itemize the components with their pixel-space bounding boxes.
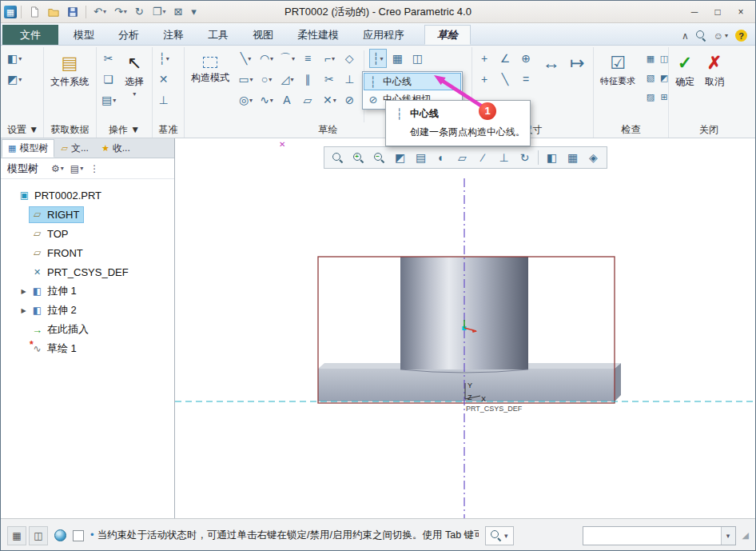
- web-browser-icon[interactable]: [54, 529, 66, 541]
- palette-button[interactable]: ▦: [389, 49, 407, 68]
- line-chain-button[interactable]: ╲▾: [236, 49, 256, 68]
- group-label-setup[interactable]: 设置 ▼: [5, 124, 41, 138]
- tree-item[interactable]: PRT0002.PRT: [1, 186, 174, 205]
- ribbon-tab[interactable]: 工具: [196, 25, 241, 45]
- construction-mode-button[interactable]: 构造模式: [187, 49, 233, 87]
- csys-display-button[interactable]: ⊥: [494, 149, 514, 166]
- circle-button[interactable]: ◎▾: [236, 90, 256, 110]
- zoom-in-button[interactable]: +: [348, 149, 368, 166]
- cancel-button[interactable]: ✗ 取消: [701, 49, 728, 91]
- arc-button[interactable]: ◠▾: [257, 49, 277, 68]
- ribbon-tab[interactable]: 分析: [106, 25, 151, 45]
- undo-button[interactable]: ↶▾: [90, 3, 109, 21]
- command-search-button[interactable]: [696, 30, 706, 41]
- selection-filter-combobox[interactable]: ▾: [583, 526, 736, 545]
- paste-button[interactable]: ▤▾: [99, 90, 118, 110]
- ribbon-tab[interactable]: 注释: [151, 25, 196, 45]
- ribbon-tab[interactable]: 应用程序: [351, 25, 416, 45]
- ok-button[interactable]: ✓ 确定: [671, 49, 698, 91]
- statusbar-browser-toggle[interactable]: ◫: [29, 526, 48, 545]
- coordinate-system-button[interactable]: ⊥: [341, 70, 359, 89]
- panel-tab-favorites[interactable]: ★收...: [95, 139, 137, 158]
- tree-show-button[interactable]: ▤▾: [70, 163, 83, 174]
- windows-button[interactable]: ❐▾: [149, 3, 169, 21]
- maximize-button[interactable]: □: [706, 3, 729, 21]
- point-datum-button[interactable]: ✕: [155, 70, 173, 89]
- tree-item[interactable]: FRONT: [1, 243, 174, 262]
- thicken-button[interactable]: ∥: [298, 70, 318, 89]
- tree-item[interactable]: ▶ 拉伸 2: [1, 301, 174, 320]
- selection-box-icon[interactable]: [73, 530, 84, 541]
- baseline-dimension-button[interactable]: ↦: [566, 49, 588, 76]
- display-style-button[interactable]: ◐: [432, 149, 452, 166]
- sketch-view-button[interactable]: ◧: [542, 149, 562, 166]
- select-button[interactable]: ↖ 选择 ▾: [121, 49, 148, 100]
- delete-segment-button[interactable]: ⊘: [341, 90, 359, 110]
- group-label-operations[interactable]: 操作 ▼: [99, 124, 149, 138]
- point-button[interactable]: ✕▾: [320, 90, 339, 110]
- csys-datum-button[interactable]: ⊥: [155, 90, 173, 110]
- datum-axis-display-button[interactable]: ∕: [473, 149, 493, 166]
- expand-icon[interactable]: ▶: [18, 288, 29, 295]
- cut-button[interactable]: ✂: [99, 49, 118, 68]
- tree-settings-button[interactable]: ⚙▾: [51, 163, 64, 174]
- help-button[interactable]: ?: [735, 30, 747, 42]
- new-file-button[interactable]: [26, 3, 43, 21]
- copy-button[interactable]: ❏: [99, 70, 118, 89]
- rectangle-button[interactable]: ▭▾: [236, 70, 256, 89]
- repaint-button[interactable]: ↻: [515, 149, 535, 166]
- file-system-button[interactable]: ▤ 文件系统: [46, 49, 93, 91]
- tree-more-button[interactable]: ⋮: [90, 163, 100, 174]
- ordinate-dimension-button[interactable]: +: [475, 70, 495, 89]
- feature-requirements-button[interactable]: ☑ 特征要求: [596, 49, 639, 90]
- centerline-button[interactable]: ┆ ▾: [369, 49, 387, 68]
- resize-grip[interactable]: ◢: [742, 530, 749, 541]
- tree-item[interactable]: PRT_CSYS_DEF: [1, 262, 174, 281]
- close-window-button[interactable]: ⊠: [170, 3, 186, 21]
- redo-button[interactable]: ↷▾: [111, 3, 130, 21]
- sketch-setup-button[interactable]: ◧▾: [5, 49, 24, 68]
- angle-dimension-button[interactable]: ∠: [495, 49, 515, 68]
- panel-tab-model-tree[interactable]: ▦模型树: [2, 139, 54, 158]
- sketch-view-button[interactable]: ◩▾: [5, 70, 24, 89]
- tab-file[interactable]: 文件: [2, 25, 58, 45]
- panel-tab-folder-browser[interactable]: ▱文...: [54, 139, 94, 158]
- datum-plane-display-button[interactable]: ▱: [452, 149, 472, 166]
- ribbon-tab[interactable]: 模型: [62, 25, 106, 45]
- text-button[interactable]: A: [277, 90, 297, 110]
- open-button[interactable]: [45, 3, 62, 21]
- save-button[interactable]: [64, 3, 82, 21]
- expand-icon[interactable]: ▶: [18, 307, 29, 314]
- tree-item[interactable]: 草绘 1: [1, 339, 174, 358]
- combobox-dropdown-button[interactable]: ▾: [721, 527, 735, 545]
- dimension-button[interactable]: ↔: [539, 49, 564, 76]
- chamfer-button[interactable]: ◿▾: [277, 70, 297, 89]
- reorient-button[interactable]: ◩: [390, 149, 410, 166]
- close-button[interactable]: ×: [730, 3, 752, 21]
- mirror-button[interactable]: ◫: [409, 49, 427, 68]
- app-icon[interactable]: ▦: [4, 6, 17, 18]
- project-button[interactable]: ▱: [298, 90, 318, 110]
- ellipse-button[interactable]: ○▾: [257, 70, 277, 89]
- statusbar-tree-toggle[interactable]: ▦: [7, 526, 26, 545]
- box-zoom-button[interactable]: [328, 149, 348, 166]
- tree-item[interactable]: ▶ 拉伸 1: [1, 281, 174, 301]
- saved-orientations-button[interactable]: ▤: [411, 149, 431, 166]
- divide-button[interactable]: ✂: [320, 70, 339, 89]
- resources-button[interactable]: ☺▾: [714, 30, 728, 42]
- minimize-ribbon-button[interactable]: ∧: [682, 30, 689, 42]
- zoom-out-button[interactable]: −: [369, 149, 389, 166]
- shade-closed-loops-toggle[interactable]: ◈: [583, 149, 603, 166]
- customize-quick-access-button[interactable]: ▾: [188, 3, 201, 21]
- normal-dimension-button[interactable]: +: [475, 49, 495, 68]
- fillet-button[interactable]: ⌒▾: [277, 49, 297, 68]
- offset-button[interactable]: ≡: [298, 49, 318, 68]
- corner-tool-button[interactable]: ⌐▾: [320, 49, 339, 68]
- centerline-datum-button[interactable]: ┆▾: [155, 49, 173, 68]
- reference-dimension-button[interactable]: ╲: [495, 70, 515, 89]
- perimeter-dimension-button[interactable]: ⊕: [516, 49, 536, 68]
- tree-item[interactable]: RIGHT: [1, 205, 174, 224]
- find-control[interactable]: ▾: [485, 526, 514, 545]
- graphics-area[interactable]: ✕ +− ◩▤◐▱∕⊥↻ ◧▦◈: [175, 138, 756, 518]
- ribbon-tab[interactable]: 草绘: [424, 25, 471, 45]
